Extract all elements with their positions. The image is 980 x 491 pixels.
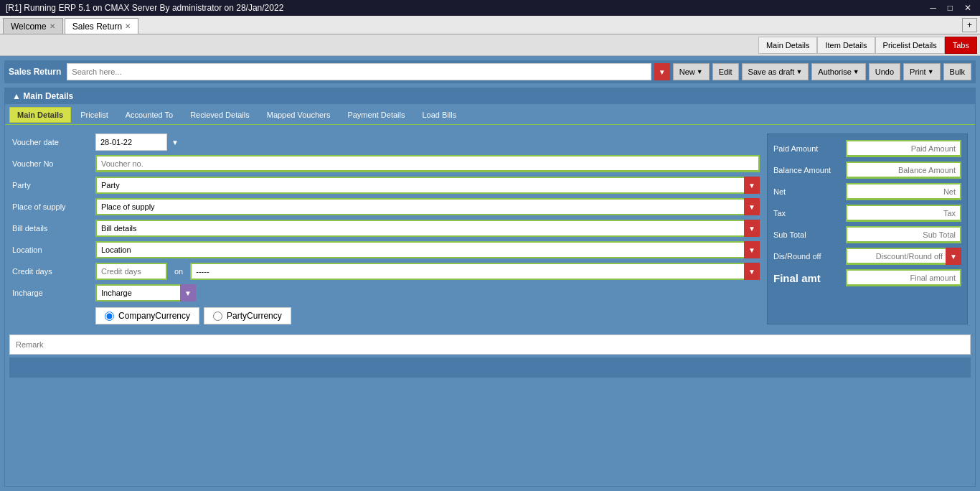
bill-details-select[interactable]: Bill details (95, 220, 760, 237)
tab-sales-return-label: Sales Return (72, 22, 122, 32)
tab-sales-return-close[interactable]: ✕ (125, 22, 131, 30)
paid-amount-label: Paid Amount (773, 144, 842, 153)
edit-button[interactable]: Edit (712, 63, 739, 80)
final-amt-input[interactable] (846, 269, 961, 286)
bill-details-row: Bill details Bill details ▼ (12, 220, 760, 237)
incharge-label: Incharge (12, 289, 91, 297)
add-tab-button[interactable]: + (962, 18, 977, 32)
panel-header-text: ▲ Main Details (12, 91, 73, 101)
party-currency-option[interactable]: PartyCurrency (204, 307, 291, 324)
party-select[interactable]: Party (95, 177, 760, 194)
company-currency-option[interactable]: CompanyCurrency (95, 307, 199, 324)
net-label: Net (773, 187, 842, 196)
dis-round-off-wrapper: ▼ (846, 248, 961, 265)
sub-tab-pricelist[interactable]: Pricelist (72, 107, 116, 123)
balance-amount-label: Balance Amount (773, 166, 842, 174)
tab-welcome-close[interactable]: ✕ (50, 22, 55, 30)
search-dropdown-btn[interactable]: ▼ (654, 63, 670, 80)
party-row: Party Party ▼ (12, 177, 760, 194)
maximize-button[interactable]: □ (945, 3, 956, 13)
incharge-select[interactable]: Incharge (95, 284, 196, 301)
place-of-supply-select[interactable]: Place of supply (95, 198, 760, 215)
tab-sales-return[interactable]: Sales Return ✕ (65, 18, 138, 34)
credit-days-select-wrapper[interactable]: ----- ▼ (190, 263, 760, 280)
incharge-dropdown[interactable]: Incharge ▼ (95, 284, 196, 301)
remark-input[interactable] (16, 340, 964, 349)
voucher-no-input[interactable] (95, 155, 760, 172)
sub-tab-main-details[interactable]: Main Details (9, 107, 71, 123)
tax-label: Tax (773, 209, 842, 218)
net-input[interactable] (846, 183, 961, 200)
print-arrow: ▼ (928, 68, 934, 75)
toolbar: Sales Return ▼ New ▼ Edit Save as draft … (4, 60, 976, 83)
company-currency-radio[interactable] (105, 312, 114, 321)
paid-amount-row: Paid Amount (773, 140, 961, 157)
undo-button[interactable]: Undo (869, 63, 900, 80)
right-panel: Paid Amount Balance Amount Net Tax Sub T (767, 134, 968, 324)
panel-header: ▲ Main Details (5, 88, 975, 104)
credit-days-row: Credit days on ----- ▼ (12, 263, 760, 280)
top-tab-item-details[interactable]: Item Details (817, 37, 875, 54)
sub-tab-accounted-to[interactable]: Accounted To (118, 107, 181, 123)
print-button[interactable]: Print ▼ (903, 63, 941, 80)
dis-round-off-input[interactable] (846, 248, 961, 265)
tab-welcome-label: Welcome (11, 22, 47, 32)
sub-tab-payment-details[interactable]: Payment Details (339, 107, 413, 123)
company-currency-label: CompanyCurrency (118, 311, 190, 321)
main-content: Sales Return ▼ New ▼ Edit Save as draft … (0, 56, 980, 491)
location-dropdown[interactable]: Location ▼ (95, 241, 760, 258)
credit-days-input[interactable] (95, 263, 167, 280)
location-row: Location Location ▼ (12, 241, 760, 258)
close-button[interactable]: ✕ (961, 3, 974, 13)
voucher-no-row: Voucher No (12, 155, 760, 172)
party-dropdown[interactable]: Party ▼ (95, 177, 760, 194)
voucher-date-row: Voucher date ▼ (12, 134, 760, 151)
balance-amount-row: Balance Amount (773, 162, 961, 179)
final-amt-label: Final amt (773, 272, 842, 284)
authorise-arrow: ▼ (853, 68, 859, 75)
voucher-date-dropdown-icon[interactable]: ▼ (171, 139, 179, 146)
save-arrow: ▼ (796, 68, 802, 75)
party-currency-radio[interactable] (213, 312, 222, 321)
minimize-button[interactable]: ─ (927, 3, 939, 13)
sub-tab-load-bills[interactable]: Load Bills (414, 107, 464, 123)
balance-amount-input[interactable] (846, 162, 961, 179)
credit-days-select[interactable]: ----- (190, 263, 760, 280)
window-controls: ─ □ ✕ (927, 3, 974, 13)
incharge-row: Incharge Incharge ▼ (12, 284, 760, 301)
top-tab-main-details[interactable]: Main Details (758, 37, 818, 54)
tax-input[interactable] (846, 205, 961, 222)
top-tab-pricelist-details[interactable]: Pricelist Details (875, 37, 945, 54)
voucher-date-input[interactable] (95, 134, 167, 151)
dis-round-off-label: Dis/Round off (773, 252, 842, 261)
voucher-date-label: Voucher date (12, 138, 91, 146)
dis-round-off-row: Dis/Round off ▼ (773, 248, 961, 265)
form-panel: ▲ Main Details Main Details Pricelist Ac… (4, 88, 976, 487)
sub-tab-recieved-details[interactable]: Recieved Details (182, 107, 258, 123)
sub-tab-mapped-vouchers[interactable]: Mapped Vouchers (259, 107, 339, 123)
place-of-supply-row: Place of supply Place of supply ▼ (12, 198, 760, 215)
location-select[interactable]: Location (95, 241, 760, 258)
new-button[interactable]: New ▼ (673, 63, 710, 80)
final-amt-row: Final amt (773, 269, 961, 286)
tax-row: Tax (773, 205, 961, 222)
module-label: Sales Return (9, 67, 61, 77)
title-bar: [R1] Running ERP 5.1 on CMAX Server By a… (0, 0, 980, 16)
tab-welcome[interactable]: Welcome ✕ (3, 18, 63, 34)
new-arrow: ▼ (697, 68, 703, 75)
place-of-supply-label: Place of supply (12, 202, 91, 211)
sub-total-input[interactable] (846, 226, 961, 243)
credit-days-label: Credit days (12, 267, 91, 276)
place-of-supply-dropdown[interactable]: Place of supply ▼ (95, 198, 760, 215)
form-body: Voucher date ▼ Voucher No Party Party (5, 126, 975, 332)
bottom-bar (9, 357, 971, 378)
search-input[interactable] (67, 63, 651, 80)
on-label: on (174, 267, 183, 276)
bulk-button[interactable]: Bulk (943, 63, 971, 80)
paid-amount-input[interactable] (846, 140, 961, 157)
top-tab-tabs[interactable]: Tabs (945, 37, 977, 54)
bill-details-dropdown[interactable]: Bill details ▼ (95, 220, 760, 237)
save-as-draft-button[interactable]: Save as draft ▼ (742, 63, 809, 80)
form-left: Voucher date ▼ Voucher No Party Party (12, 134, 760, 324)
authorise-button[interactable]: Authorise ▼ (811, 63, 865, 80)
